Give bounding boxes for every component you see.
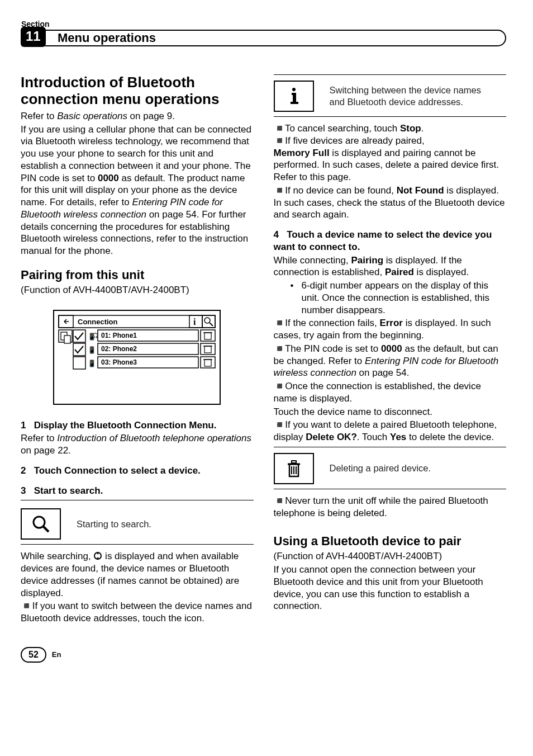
step-1-ref: Refer to Introduction of Bluetooth telep… bbox=[21, 432, 254, 457]
svg-rect-25 bbox=[204, 346, 211, 353]
search-icon bbox=[31, 514, 51, 534]
svg-rect-10 bbox=[64, 336, 70, 343]
svg-rect-35 bbox=[293, 93, 296, 103]
text: While connecting, bbox=[274, 255, 351, 266]
subheading-using-bt: Using a Bluetooth device to pair bbox=[274, 533, 507, 549]
bullet-square-icon: ◾ bbox=[274, 317, 283, 329]
text: The PIN code is set to bbox=[285, 343, 381, 354]
two-column-body: Introduction of Bluetooth connection men… bbox=[21, 74, 506, 625]
screenshot-item-2: 03: Phone3 bbox=[101, 358, 137, 366]
text: on page 54. bbox=[356, 367, 410, 378]
pin-text: ◾ The PIN code is set to 0000 as the def… bbox=[274, 343, 507, 379]
pin-code-label: 0000 bbox=[381, 343, 402, 354]
cancel-bullet: ◾ To cancel searching, touch Stop. bbox=[274, 122, 507, 135]
divider bbox=[274, 489, 507, 489]
text: Never turn the unit off while the paired… bbox=[274, 495, 488, 518]
text: If the connection fails, bbox=[285, 318, 379, 328]
text: To cancel searching, touch bbox=[285, 123, 400, 134]
yes-label: Yes bbox=[390, 432, 406, 442]
text: If you want to switch between the device… bbox=[21, 601, 252, 623]
text: Refer to bbox=[21, 111, 57, 121]
paired-label: Paired bbox=[385, 267, 414, 277]
info-icon bbox=[287, 86, 301, 106]
bullet-square-icon: ◾ bbox=[21, 600, 30, 612]
error-text: ◾ If the connection fails, Error is disp… bbox=[274, 317, 507, 342]
bullet-square-icon: ◾ bbox=[274, 343, 283, 355]
connection-menu-svg: Connection i bbox=[53, 304, 221, 410]
step-3: 3 Start to search. bbox=[21, 485, 254, 497]
page-number: 52 bbox=[21, 647, 46, 663]
delete-ok-label: Delete OK? bbox=[306, 432, 357, 442]
svg-point-6 bbox=[204, 318, 210, 323]
pin-default: 0000 bbox=[98, 173, 119, 183]
bullet-square-icon: ◾ bbox=[274, 419, 283, 431]
checkbox-col bbox=[73, 330, 85, 369]
step-number: 2 bbox=[21, 465, 26, 476]
text: . Touch bbox=[357, 432, 390, 442]
language-label: En bbox=[52, 650, 61, 659]
trash-icon bbox=[284, 457, 303, 480]
step-text: Display the Bluetooth Connection Menu. bbox=[34, 420, 217, 431]
bullet-square-icon: ◾ bbox=[274, 380, 283, 393]
divider bbox=[21, 544, 254, 545]
step-number: 3 bbox=[21, 485, 26, 496]
search-icon-row: Starting to search. bbox=[21, 508, 254, 540]
screenshot-title: Connection bbox=[78, 318, 118, 326]
while-searching-text: While searching, is displayed and when a… bbox=[21, 550, 254, 599]
svg-line-31 bbox=[43, 526, 49, 532]
function-note: (Function of AVH-4400BT/AVH-2400BT) bbox=[21, 284, 254, 296]
text: is displayed. bbox=[414, 267, 469, 277]
svg-rect-39 bbox=[292, 461, 296, 463]
bullet-square-icon: ◾ bbox=[274, 122, 283, 135]
page-footer: 52 En bbox=[21, 647, 506, 663]
section-label: Section bbox=[21, 20, 506, 29]
delete-text: ◾ If you want to delete a paired Bluetoo… bbox=[274, 419, 507, 443]
spinner-icon bbox=[93, 551, 102, 560]
svg-rect-28 bbox=[204, 360, 211, 366]
connection-menu-screenshot: Connection i bbox=[53, 304, 221, 410]
text: to delete the device. bbox=[406, 432, 494, 442]
svg-rect-13 bbox=[73, 357, 85, 369]
chapter-title: Menu operations bbox=[58, 31, 156, 45]
text: While searching, bbox=[21, 551, 93, 561]
function-note-2: (Function of AVH-4400BT/AVH-2400BT) bbox=[274, 550, 507, 563]
divider bbox=[274, 116, 507, 117]
five-devices-bullet: ◾ If five devices are already paired, bbox=[274, 135, 507, 147]
text: If five devices are already paired, bbox=[285, 135, 424, 146]
bullet-square-icon: ◾ bbox=[274, 135, 283, 147]
not-found-text: ◾ If no device can be found, Not Found i… bbox=[274, 185, 507, 221]
step-number: 4 bbox=[274, 229, 279, 240]
never-off-text: ◾ Never turn the unit off while the pair… bbox=[274, 495, 507, 519]
trash-icon-frame bbox=[274, 453, 314, 484]
divider bbox=[274, 74, 507, 75]
trash-icon-row: Deleting a paired device. bbox=[274, 453, 507, 484]
step-text: Touch a device name to select the device… bbox=[274, 229, 492, 252]
divider bbox=[21, 500, 254, 500]
stop-label: Stop bbox=[400, 123, 421, 134]
trash-col bbox=[201, 330, 215, 368]
pairing-label: Pairing bbox=[351, 255, 383, 266]
svg-line-7 bbox=[210, 323, 213, 326]
intro-refer: Refer to Basic operations on page 9. bbox=[21, 110, 254, 122]
svg-rect-3 bbox=[189, 315, 202, 328]
memory-full-label: Memory Full bbox=[274, 148, 330, 158]
search-icon-frame bbox=[21, 508, 61, 540]
switch-bullet: ◾ If you want to switch between the devi… bbox=[21, 600, 254, 625]
svg-text:📱: 📱 bbox=[88, 346, 96, 354]
text: Once the connection is established, the … bbox=[274, 381, 481, 404]
screenshot-item-1: 02: Phone2 bbox=[101, 345, 137, 353]
search-desc: Starting to search. bbox=[77, 518, 151, 530]
svg-rect-22 bbox=[204, 333, 211, 339]
svg-rect-5 bbox=[202, 315, 215, 328]
once-connected-text: ◾ Once the connection is established, th… bbox=[274, 380, 507, 405]
step-1: 1 Display the Bluetooth Connection Menu. bbox=[21, 419, 254, 432]
chapter-title-pill: Menu operations bbox=[37, 30, 506, 46]
last-para: If you cannot open the connection betwee… bbox=[274, 564, 507, 612]
info-icon-row: Switching between the device names and B… bbox=[274, 81, 507, 112]
pairing-text: While connecting, Pairing is displayed. … bbox=[274, 254, 507, 279]
subheading-pairing: Pairing from this unit bbox=[21, 267, 254, 283]
step-2: 2 Touch Connection to select a device. bbox=[21, 465, 254, 477]
svg-text:📱: 📱 bbox=[88, 359, 96, 367]
reference-italic: Basic operations bbox=[57, 111, 127, 121]
step-text: Start to search. bbox=[34, 485, 103, 496]
